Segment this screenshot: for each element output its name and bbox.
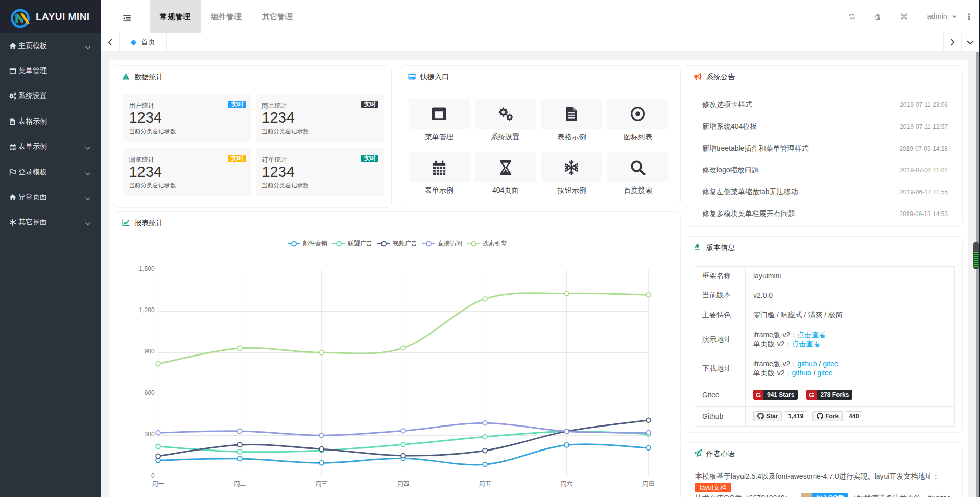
svg-text:周五: 周五 [479, 480, 491, 487]
svg-text:周四: 周四 [397, 480, 410, 487]
svg-text:300: 300 [145, 430, 155, 437]
svg-text:900: 900 [145, 347, 155, 354]
svg-text:0: 0 [151, 471, 155, 479]
svg-text:1,500: 1,500 [139, 265, 155, 272]
svg-text:周二: 周二 [234, 480, 246, 487]
svg-text:周日: 周日 [642, 480, 655, 487]
svg-text:1,200: 1,200 [139, 306, 155, 313]
svg-text:周三: 周三 [316, 480, 328, 487]
svg-text:周六: 周六 [561, 480, 573, 487]
svg-text:600: 600 [145, 389, 155, 396]
svg-text:周一: 周一 [152, 480, 164, 487]
